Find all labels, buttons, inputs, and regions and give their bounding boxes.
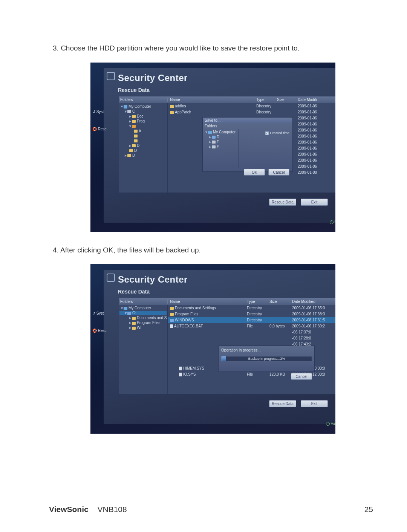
footer-brand: ViewSonic [49, 505, 89, 514]
power-exit[interactable]: E [330, 220, 335, 224]
app-icon [107, 72, 115, 80]
exit-button[interactable]: Exit [301, 400, 328, 407]
dialog-title: Save to... [203, 118, 292, 123]
page-footer: ViewSonic VNB108 25 [0, 505, 407, 514]
col-name[interactable]: Name [168, 300, 247, 304]
save-to-dialog: Save to... Folders ▾My Computer ▸D ▸E ▸F [202, 117, 293, 172]
list-item: addinsDirecotry2009-01-06 [168, 103, 335, 109]
progress-label: Operation in progress... [221, 348, 312, 352]
dialog-right-pane[interactable]: Created time [239, 129, 292, 168]
step-3-text: Choose the HDD partition where you would… [61, 44, 300, 52]
folder-tree[interactable]: ▾My Computer ▾C: ▸Documents and S ▸Progr… [119, 305, 168, 394]
col-type[interactable]: Type [256, 98, 277, 102]
cancel-button[interactable]: Cancel [268, 169, 289, 176]
file-panel: Folders Name Type Size Date Modifi ▾My C… [119, 96, 335, 193]
list-item: AUTOEXEC.BATFile0,0 bytes2009-01-06 17:3… [168, 323, 335, 329]
app-title: Security Center [118, 73, 188, 83]
app-subtitle: Rescue Data [118, 289, 150, 295]
dialog-folder-tree[interactable]: ▾My Computer ▸D ▸E ▸F [203, 129, 239, 168]
col-folders[interactable]: Folders [119, 98, 168, 102]
step-4-text: After clicking OK, the files will be bac… [60, 246, 201, 254]
list-item: AppPatchDirecotry2009-01-06 [168, 109, 335, 115]
step-3: 3. Choose the HDD partition where you wo… [53, 43, 373, 53]
list-item: WINDOWSDirecotry2009-01-08 17:31:5 [168, 317, 335, 323]
power-icon [330, 220, 334, 224]
sidebar-item-rescue[interactable]: 🛟 Resc [92, 127, 119, 131]
col-name[interactable]: Name [168, 98, 256, 102]
power-exit[interactable]: Exit [326, 422, 335, 426]
sidebar-item-system[interactable]: ↺ Syst [92, 311, 119, 315]
rescue-data-button[interactable]: Rescue Data [269, 400, 296, 407]
sidebar-item-rescue[interactable]: 🛟 Resc [92, 329, 119, 333]
created-time-checkbox[interactable]: Created time [265, 131, 289, 135]
exit-button[interactable]: Exit [301, 199, 328, 206]
col-date[interactable]: Date Modifi [298, 98, 335, 102]
screenshot-save-to: Security Center Rescue Data ↺ Syst 🛟 Res… [90, 63, 335, 232]
app-title: Security Center [118, 274, 188, 285]
step-4: 4. After clicking OK, the files will be … [53, 245, 373, 255]
step-3-number: 3. [53, 44, 59, 52]
page-number: 25 [364, 505, 373, 514]
dialog-folders-label: Folders [203, 123, 292, 129]
file-panel: Folders Name Type Size Date Modified ▾My… [119, 298, 335, 394]
progress-bar: Backup in progress...3% [221, 356, 312, 361]
progress-dialog: Operation in progress... Backup in progr… [219, 345, 315, 372]
app-icon [107, 274, 115, 282]
cancel-button[interactable]: Cancel [291, 373, 312, 380]
col-type[interactable]: Type [247, 300, 269, 304]
rescue-data-button[interactable]: Rescue Data [269, 199, 296, 206]
col-size[interactable]: Size [269, 300, 292, 304]
folder-tree[interactable]: ▾My Computer ▾C ▸Doc ▸Prog ▾ A ▸D D ▸D [119, 103, 168, 193]
step-4-number: 4. [53, 246, 59, 254]
col-folders[interactable]: Folders [119, 300, 168, 304]
file-list[interactable]: Documents and SettingsDirecotry2009-01-0… [168, 305, 335, 394]
col-date[interactable]: Date Modified [292, 300, 335, 304]
list-item: Program FilesDirecotry2009-01-06 17:38:3 [168, 311, 335, 317]
ok-button[interactable]: OK [244, 169, 265, 176]
list-item: Documents and SettingsDirecotry2009-01-0… [168, 305, 335, 311]
sidebar: ↺ Syst 🛟 Resc [92, 311, 119, 346]
col-size[interactable]: Size [277, 98, 298, 102]
footer-model: VNB108 [98, 505, 127, 514]
screenshot-progress: Security Center Rescue Data ↺ Syst 🛟 Res… [90, 264, 335, 434]
progress-text: Backup in progress...3% [222, 356, 312, 361]
file-list[interactable]: addinsDirecotry2009-01-06 AppPatchDireco… [168, 103, 335, 193]
sidebar-item-system[interactable]: ↺ Syst [92, 110, 119, 114]
power-icon [326, 422, 330, 426]
sidebar: ↺ Syst 🛟 Resc [92, 110, 119, 144]
app-subtitle: Rescue Data [118, 87, 150, 93]
